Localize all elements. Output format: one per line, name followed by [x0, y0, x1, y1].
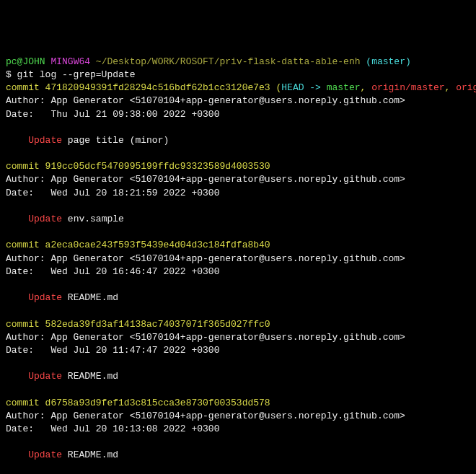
commit-msg-keyword: Update [28, 292, 62, 303]
commit-msg-rest: README.md [62, 449, 118, 460]
commit-hash: commit a2eca0cae243f593f5439e4d04d3c184f… [6, 240, 270, 250]
commit-hash: commit 582eda39fd3af14138ac74037071f365d… [6, 319, 270, 330]
commit-hash: commit d6758a93d9fef1d3c815cca3e8730f003… [6, 398, 270, 408]
commit-date: Date: Wed Jul 20 10:13:08 2022 +0300 [6, 423, 219, 434]
commit-msg-keyword: Update [28, 449, 62, 460]
commit-msg-rest: page title (minor) [62, 135, 169, 146]
prompt-env: MINGW64 [50, 56, 90, 67]
commit-hash: commit 919cc05dcf5470995199ffdc93323589d… [6, 161, 270, 172]
local-branch: master [327, 82, 361, 93]
terminal-output[interactable]: pc@JOHN MINGW64 ~/Desktop/WORK/ROSOFT/pr… [6, 56, 470, 474]
commit-author: Author: App Generator <51070104+app-gene… [6, 95, 405, 106]
commit-author: Author: App Generator <51070104+app-gene… [6, 253, 405, 264]
commit-msg-keyword: Update [28, 214, 62, 224]
commit-msg-rest: env.sample [62, 214, 124, 224]
commit-author: Author: App Generator <51070104+app-gene… [6, 332, 405, 343]
commit-date: Date: Wed Jul 20 16:46:47 2022 +0300 [6, 266, 219, 277]
commit-date: Date: Wed Jul 20 18:21:59 2022 +0300 [6, 188, 219, 198]
remote-head: origin/HEAD [456, 82, 476, 93]
commit-hash: commit 471820949391fd28294c516bdf62b1cc3… [6, 82, 270, 93]
head-ref: HEAD -> [281, 82, 326, 93]
commit-msg-keyword: Update [28, 371, 62, 382]
commit-msg-keyword: Update [28, 135, 62, 146]
commit-msg-rest: README.md [62, 292, 118, 303]
remote-branch: origin/master [371, 82, 444, 93]
command-line: $ git log --grep=Update [6, 69, 135, 80]
commit-author: Author: App Generator <51070104+app-gene… [6, 174, 405, 185]
prompt-branch: (master) [366, 56, 410, 67]
prompt-user: pc@JOHN [6, 56, 45, 67]
commit-date: Date: Wed Jul 20 11:47:47 2022 +0300 [6, 345, 219, 356]
commit-date: Date: Thu Jul 21 09:38:00 2022 +0300 [6, 109, 219, 120]
commit-author: Author: App Generator <51070104+app-gene… [6, 411, 405, 421]
prompt-path: ~/Desktop/WORK/ROSOFT/priv-flask-datta-a… [96, 56, 361, 67]
commit-msg-rest: README.md [62, 371, 118, 382]
